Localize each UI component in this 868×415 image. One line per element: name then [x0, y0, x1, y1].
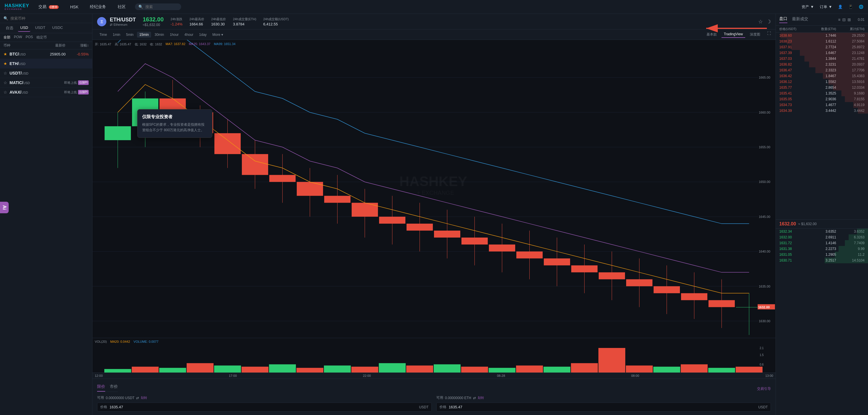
order-row: 可用 0.00000000 USDT ⇄ 划转 价格 USDT [97, 395, 771, 412]
pair-price-usd: ≈$1,632.00 [143, 23, 163, 27]
order-tabs: 限价 市价 [97, 382, 118, 392]
assets-btn[interactable]: 资产 ▼ [802, 4, 814, 9]
star-icon-btc[interactable]: ★ [3, 52, 7, 56]
ob-ask-row[interactable]: 1637.03 1.3844 21.4781 [776, 56, 868, 62]
coin-item-usdtusd[interactable]: ☆ USDT/USD [0, 68, 92, 78]
tf-more[interactable]: More ▾ [210, 32, 225, 37]
ob-ask-row[interactable]: 1634.39 3.4442 3.4442 [776, 108, 868, 114]
time-label-5: 13:00 [765, 374, 773, 378]
time-label-0: 12:00 [95, 374, 103, 378]
sidebar: 🔍 自选 USD USDT USDC 全部 POW POS 稳定币 币种 最新价… [0, 14, 92, 415]
ob-ask-row[interactable]: 1636.82 2.3231 20.0937 [776, 62, 868, 67]
ob-bid-row[interactable]: 1632.00 2.6911 6.3263 [776, 234, 868, 240]
tf-time[interactable]: Time [97, 32, 109, 37]
order-guide-btn[interactable]: 交易引导 [757, 386, 771, 391]
theme-icon[interactable]: ☽ [766, 19, 771, 25]
tooltip-title: 仅限专业投资者 [142, 114, 208, 120]
ob-bid-row[interactable]: 1632.34 3.6352 3.6352 [776, 229, 868, 234]
ob-view-icon1[interactable]: ≡ [838, 17, 840, 22]
tab-usdt[interactable]: USDT [33, 24, 48, 32]
ob-tabs: 盘口 最新成交 ≡ ⊟ ⊞ 0.01 [776, 14, 868, 26]
star-icon-matic[interactable]: ☆ [3, 80, 7, 85]
ob-mid-price: 1632.00 ≈ $1,632.00 [776, 219, 868, 229]
tf-4hour[interactable]: 4hour [182, 32, 196, 37]
ob-bid-row[interactable]: 1631.05 1.2905 11.2 [776, 252, 868, 258]
view-basic[interactable]: 基本款 [704, 31, 719, 38]
ob-ask-row[interactable]: 1635.41 1.3525 9.1680 [776, 90, 868, 96]
ob-ask-row[interactable]: 1638.60 1.7446 29.2530 [776, 33, 868, 38]
ob-icons: ≡ ⊟ ⊞ [838, 17, 851, 22]
price-chart [92, 40, 776, 338]
star-icon-avax[interactable]: ☆ [3, 90, 7, 94]
nav-community[interactable]: 社区 [115, 3, 128, 11]
nav-broker[interactable]: 经纪业务 [88, 3, 108, 11]
nav-trading[interactable]: 交易 0费率 [36, 3, 61, 11]
sell-price-input[interactable] [449, 405, 758, 409]
sidebar-search-input[interactable] [10, 16, 89, 21]
orders-btn[interactable]: 订单 ▼ [820, 4, 832, 9]
view-depth[interactable]: 深度图 [747, 31, 763, 38]
search-input[interactable] [145, 5, 178, 9]
tab-market[interactable]: 市价 [110, 382, 118, 392]
filter-pos[interactable]: POS [26, 35, 33, 40]
tf-5min[interactable]: 5min [124, 32, 136, 37]
ob-ask-row[interactable]: 1636.12 1.5582 13.5916 [776, 79, 868, 85]
coin-item-avaxusd[interactable]: ☆ AVAX/USD 即将上线 仅限PI [0, 88, 92, 97]
tf-1day[interactable]: 1day [197, 32, 209, 37]
mobile-btn[interactable]: 📱 [848, 5, 853, 9]
view-tradingview[interactable]: TradingView [721, 31, 745, 38]
sidebar-search-icon: 🔍 [3, 16, 8, 21]
tf-1min[interactable]: 1min [111, 32, 123, 37]
ob-asks-list: 1638.60 1.7446 29.2530 1638.23 1.6112 27… [776, 33, 868, 219]
coin-name-matic: MATIC/USD [9, 80, 64, 85]
tf-15min[interactable]: 15min [137, 32, 151, 37]
ob-tab-orderbook[interactable]: 盘口 [779, 16, 787, 23]
coin-item-ethusd[interactable]: ★ ETH/USD [0, 59, 92, 68]
pair-name: ETH/USDT [110, 17, 136, 23]
global-search[interactable]: 🔍 [135, 3, 181, 10]
favorite-icon[interactable]: ☆ [758, 19, 763, 25]
star-icon-eth[interactable]: ★ [3, 61, 7, 66]
ob-tab-trades[interactable]: 最新成交 [792, 17, 808, 23]
ai-button[interactable]: Ai [0, 202, 9, 213]
language-btn[interactable]: 🌐 [859, 5, 863, 9]
coin-item-maticusd[interactable]: ☆ MATIC/USD 即将上线 仅限PI [0, 78, 92, 88]
sell-transfer-btn[interactable]: 划转 [477, 396, 484, 400]
ob-view-icon3[interactable]: ⊞ [847, 17, 851, 22]
ob-ask-row[interactable]: 1634.73 1.4677 4.9119 [776, 102, 868, 108]
filter-pow[interactable]: POW [14, 35, 22, 40]
buy-transfer-btn[interactable]: 划转 [141, 396, 147, 400]
filter-all[interactable]: 全部 [3, 35, 10, 40]
tf-1hour[interactable]: 1hour [167, 32, 181, 37]
buy-price-input[interactable] [110, 405, 419, 409]
tf-30min[interactable]: 30min [152, 32, 166, 37]
filter-stablecoin[interactable]: 稳定币 [36, 35, 47, 40]
star-icon-usdt[interactable]: ☆ [3, 71, 7, 76]
coin-badge-avax: 仅限PI [78, 90, 89, 94]
ob-view-icon2[interactable]: ⊟ [842, 17, 846, 22]
ob-ask-row[interactable]: 1635.05 2.9036 7.8155 [776, 96, 868, 102]
tab-usdc[interactable]: USDC [50, 24, 65, 32]
ob-bid-row[interactable]: 1631.72 1.4146 7.7409 [776, 240, 868, 246]
ob-ask-row[interactable]: 1638.23 1.6112 27.5084 [776, 38, 868, 44]
fullscreen-icon[interactable]: ⛶ [767, 31, 771, 38]
time-axis: 12:00 17:00 22:00 08-28 08:00 13:00 [92, 373, 776, 379]
tab-favorites[interactable]: 自选 [3, 24, 16, 32]
coin-item-btcusd[interactable]: ★ BTC/USD 25905.00 -0.55% [0, 50, 92, 59]
ob-ask-row[interactable]: 1635.77 2.8654 12.0334 [776, 85, 868, 90]
ob-bid-row[interactable]: 1631.38 2.2273 9.99 [776, 246, 868, 252]
nav-hsk[interactable]: HSK [68, 3, 81, 10]
ob-ask-row[interactable]: 1636.47 2.3323 17.7706 [776, 67, 868, 73]
user-btn[interactable]: 👤 [838, 5, 843, 9]
sidebar-search-box[interactable]: 🔍 [0, 14, 92, 23]
ob-ask-row[interactable]: 1636.42 1.8467 15.4383 [776, 73, 868, 79]
ob-bid-row[interactable]: 1630.71 3.2517 14.5104 [776, 258, 868, 263]
ob-header: 价格(USDT) 数量(ETH) 累计(ETH) [776, 26, 868, 33]
ob-ask-row[interactable]: 1637.39 1.6467 23.1248 [776, 50, 868, 56]
chevron-down-icon: ▼ [810, 5, 814, 9]
tab-limit[interactable]: 限价 [97, 382, 105, 392]
tab-usd[interactable]: USD [18, 24, 30, 32]
ob-ask-row[interactable]: 1637.91 2.7724 25.8972 [776, 44, 868, 50]
coin-name-eth: ETH/USD [9, 61, 37, 66]
ob-precision[interactable]: 0.01 [858, 18, 865, 22]
